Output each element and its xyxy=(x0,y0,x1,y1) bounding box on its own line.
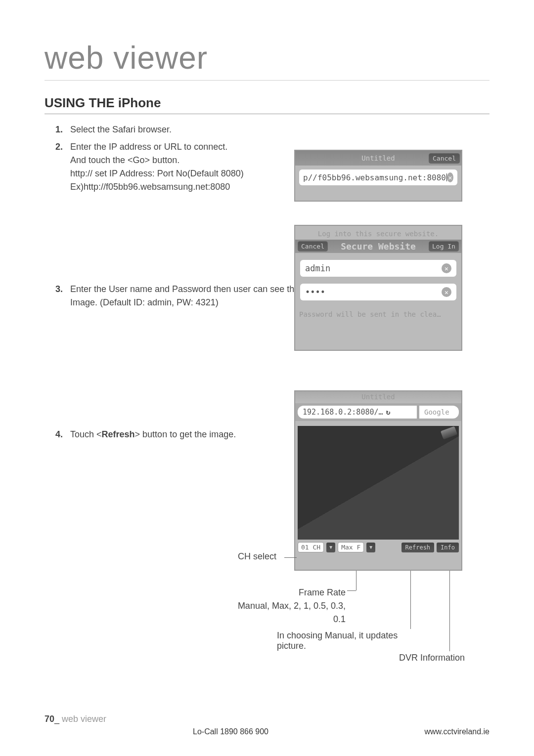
username-value: admin xyxy=(305,263,330,273)
password-input[interactable]: •••• ✕ xyxy=(300,284,456,300)
page-number: 70 xyxy=(44,714,54,724)
video-highlight xyxy=(441,426,457,439)
login-button[interactable]: Log In xyxy=(429,241,459,252)
callout-line xyxy=(410,571,411,629)
url-text: 192.168.0.2:8080/… xyxy=(303,408,383,417)
url-input[interactable]: 192.168.0.2:8080/… ↻ xyxy=(298,406,417,419)
search-input[interactable]: Google xyxy=(419,406,459,419)
clear-icon[interactable]: ✕ xyxy=(442,287,451,297)
item-number: 1. xyxy=(55,123,65,136)
video-area xyxy=(298,426,459,540)
channel-select[interactable]: 01 CH xyxy=(298,542,324,552)
browser-title: Untitled xyxy=(295,391,461,403)
section-title: USING THE iPhone xyxy=(44,95,490,114)
figure-login: Log into this secure website. Cancel Sec… xyxy=(294,225,462,351)
url-input[interactable]: p//f05bb96.websamsung.net:8080 ✕ xyxy=(299,169,457,185)
address-bar: 192.168.0.2:8080/… ↻ Google xyxy=(295,403,461,421)
page-sep: _ xyxy=(54,714,59,724)
page-title-footer: web viewer xyxy=(59,714,106,724)
clear-icon[interactable]: ✕ xyxy=(447,172,453,182)
browser-titlebar: Untitled Cancel xyxy=(295,151,461,166)
callout-fr-values: Manual, Max, 2, 1, 0.5, 0.3, 0.1 xyxy=(224,599,346,626)
figure-viewer: Untitled 192.168.0.2:8080/… ↻ Google 01 … xyxy=(294,390,462,571)
url-text: p//f05bb96.websamsung.net:8080 xyxy=(303,173,446,182)
clear-icon[interactable]: ✕ xyxy=(442,263,451,273)
callout-manual-note: In choosing Manual, it updates picture. xyxy=(277,630,425,651)
chevron-down-icon[interactable]: ▼ xyxy=(366,543,375,552)
page-footer: 70_ web viewer Lo-Call 1890 866 900 www.… xyxy=(44,714,490,736)
footer-contact: Lo-Call 1890 866 900 www.cctvireland.ie xyxy=(44,727,490,736)
login-title: Secure Website xyxy=(341,241,416,252)
item-number: 4. xyxy=(55,428,65,441)
item-number: 3. xyxy=(55,283,65,309)
chevron-down-icon[interactable]: ▼ xyxy=(326,543,335,552)
password-value: •••• xyxy=(305,287,325,297)
callout-line xyxy=(284,557,297,558)
browser-title: Untitled xyxy=(295,154,461,162)
cancel-button[interactable]: Cancel xyxy=(298,241,328,252)
callout-ch-select: CH select xyxy=(238,551,276,562)
controls-bar: 01 CH ▼ Max F ▼ Refresh Info xyxy=(295,540,461,555)
instruction-item: 1. Select the Safari browser. xyxy=(55,123,490,136)
callout-dvr-info: DVR Information xyxy=(356,653,465,663)
reload-icon[interactable]: ↻ xyxy=(386,408,391,417)
item-text: Enter the User name and Password then us… xyxy=(70,283,308,309)
page-title: web viewer xyxy=(44,40,490,81)
item-text: Enter the IP address or URL to connect. … xyxy=(70,140,244,194)
item-text: Touch <Refresh> button to get the image. xyxy=(70,428,236,441)
login-bar: Cancel Secure Website Log In xyxy=(295,240,461,253)
callout-fr-title: Frame Rate xyxy=(224,586,346,599)
callout-line xyxy=(347,590,356,591)
footer-url: www.cctvireland.ie xyxy=(424,727,490,736)
item-text: Select the Safari browser. xyxy=(70,123,172,136)
callout-line xyxy=(449,571,450,651)
figure-safari-url: Untitled Cancel p//f05bb96.websamsung.ne… xyxy=(294,150,462,202)
callout-line xyxy=(356,571,356,590)
callout-frame-rate: Frame Rate Manual, Max, 2, 1, 0.5, 0.3, … xyxy=(224,586,346,626)
footer-phone: Lo-Call 1890 866 900 xyxy=(193,727,268,736)
info-button[interactable]: Info xyxy=(437,543,459,552)
item-number: 2. xyxy=(55,140,65,194)
footer-page: 70_ web viewer xyxy=(44,714,490,724)
refresh-button[interactable]: Refresh xyxy=(401,543,435,552)
framerate-select[interactable]: Max F xyxy=(338,542,364,552)
login-note: Password will be sent in the clea… xyxy=(295,307,461,318)
login-hint: Log into this secure website. xyxy=(295,226,461,238)
username-input[interactable]: admin ✕ xyxy=(300,260,456,277)
